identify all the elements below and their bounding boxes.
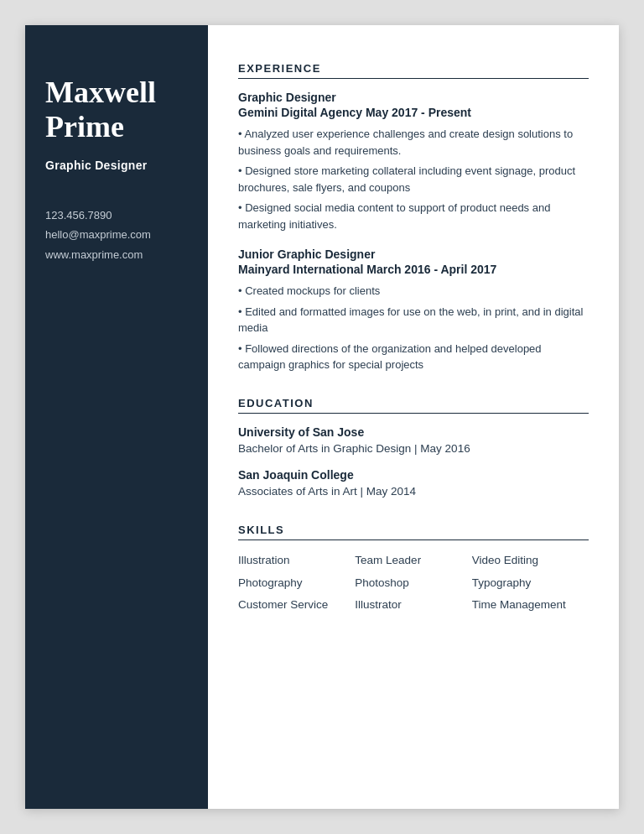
job-1-bullet-1: Analyzed user experience challenges and …	[238, 126, 589, 159]
phone: 123.456.7890	[45, 206, 188, 225]
job-2-company-date: Mainyard International March 2016 - Apri…	[238, 263, 589, 276]
job-2-bullets: Created mockups for clients Edited and f…	[238, 283, 589, 373]
skill-1-3: Customer Service	[238, 597, 355, 613]
school-1: University of San Jose Bachelor of Arts …	[238, 425, 589, 457]
skill-3-3: Time Management	[472, 597, 589, 613]
skills-grid: Illustration Photography Customer Servic…	[238, 552, 589, 613]
job-1-bullets: Analyzed user experience challenges and …	[238, 126, 589, 232]
school-2-degree: Associates of Arts in Art | May 2014	[238, 484, 589, 500]
main-content: EXPERIENCE Graphic Designer Gemini Digit…	[208, 25, 619, 809]
skill-2-1: Team Leader	[355, 552, 471, 569]
skills-section-title: SKILLS	[238, 524, 589, 540]
school-2: San Joaquin College Associates of Arts i…	[238, 468, 589, 500]
skills-col-2: Team Leader Photoshop Illustrator	[355, 552, 471, 613]
experience-section-title: EXPERIENCE	[238, 62, 589, 79]
candidate-title: Graphic Designer	[45, 159, 188, 172]
school-1-name: University of San Jose	[238, 425, 589, 439]
job-2-bullet-3: Followed directions of the organization …	[238, 341, 589, 373]
job-2-bullet-2: Edited and formatted images for use on t…	[238, 304, 589, 336]
resume-container: Maxwell Prime Graphic Designer 123.456.7…	[25, 25, 619, 809]
job-1-title: Graphic Designer	[238, 91, 589, 104]
job-1-bullet-2: Designed store marketing collateral incl…	[238, 163, 589, 195]
job-1-company-date: Gemini Digital Agency May 2017 - Present	[238, 106, 589, 119]
education-section-title: EDUCATION	[238, 397, 589, 414]
skill-1-2: Photography	[238, 575, 355, 592]
website: www.maxprime.com	[45, 245, 188, 264]
skill-2-3: Illustrator	[355, 597, 471, 613]
sidebar: Maxwell Prime Graphic Designer 123.456.7…	[25, 25, 208, 809]
email: hello@maxprime.com	[45, 225, 188, 244]
experience-section: EXPERIENCE Graphic Designer Gemini Digit…	[238, 62, 589, 373]
education-section: EDUCATION University of San Jose Bachelo…	[238, 397, 589, 501]
job-2-title: Junior Graphic Designer	[238, 248, 589, 261]
job-1: Graphic Designer Gemini Digital Agency M…	[238, 91, 589, 232]
skills-col-3: Video Editing Typography Time Management	[472, 552, 589, 613]
contact-info: 123.456.7890 hello@maxprime.com www.maxp…	[45, 206, 188, 264]
skill-2-2: Photoshop	[355, 575, 471, 592]
school-2-name: San Joaquin College	[238, 468, 589, 482]
skill-3-1: Video Editing	[472, 552, 589, 569]
job-1-bullet-3: Designed social media content to support…	[238, 200, 589, 232]
skill-3-2: Typography	[472, 575, 589, 592]
skills-section: SKILLS Illustration Photography Customer…	[238, 524, 589, 613]
job-2-bullet-1: Created mockups for clients	[238, 283, 589, 300]
job-2: Junior Graphic Designer Mainyard Interna…	[238, 248, 589, 373]
candidate-name: Maxwell Prime	[45, 76, 188, 145]
skills-col-1: Illustration Photography Customer Servic…	[238, 552, 355, 613]
skill-1-1: Illustration	[238, 552, 355, 569]
school-1-degree: Bachelor of Arts in Graphic Design | May…	[238, 441, 589, 457]
